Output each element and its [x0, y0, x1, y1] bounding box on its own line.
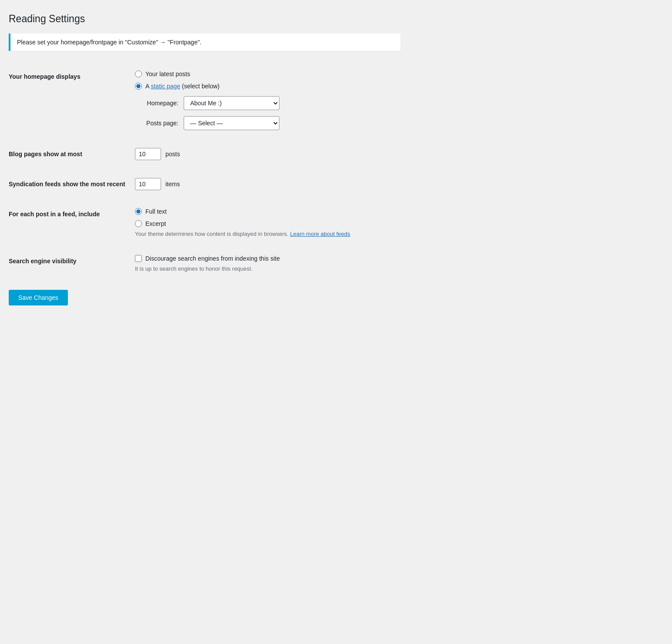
homepage-displays-control: Your latest posts A static page (select …: [131, 70, 400, 130]
blog-pages-label: Blog pages show at most: [9, 148, 131, 159]
syndication-feeds-input[interactable]: [135, 178, 161, 190]
search-engine-row: Search engine visibility Discourage sear…: [9, 246, 400, 281]
static-page-link[interactable]: static page: [151, 83, 180, 90]
search-engine-helper: It is up to search engines to honor this…: [135, 265, 400, 272]
homepage-select-row: Homepage: About Me :) — Select —: [135, 96, 400, 110]
radio-excerpt-input[interactable]: [135, 220, 142, 227]
search-engine-label: Search engine visibility: [9, 255, 131, 266]
feed-content-row: For each post in a feed, include Full te…: [9, 199, 400, 246]
homepage-radio-group: Your latest posts A static page (select …: [135, 70, 400, 90]
learn-more-feeds-link[interactable]: Learn more about feeds: [290, 231, 350, 237]
feed-content-helper-text: Your theme determines how content is dis…: [135, 231, 289, 237]
radio-full-text: Full text: [135, 208, 400, 215]
radio-latest-posts: Your latest posts: [135, 70, 400, 77]
search-engine-control: Discourage search engines from indexing …: [131, 255, 400, 272]
syndication-feeds-input-group: items: [135, 178, 400, 190]
syndication-feeds-control: items: [131, 178, 400, 190]
search-engine-checkbox-label[interactable]: Discourage search engines from indexing …: [145, 255, 280, 262]
search-engine-checkbox-group: Discourage search engines from indexing …: [135, 255, 400, 262]
radio-static-page: A static page (select below): [135, 83, 400, 90]
save-changes-button[interactable]: Save Changes: [9, 290, 68, 305]
radio-latest-posts-input[interactable]: [135, 70, 142, 77]
syndication-feeds-row: Syndication feeds show the most recent i…: [9, 169, 400, 199]
radio-excerpt: Excerpt: [135, 220, 400, 227]
posts-page-select-row: Posts page: — Select —: [135, 116, 400, 130]
syndication-feeds-unit: items: [165, 181, 180, 188]
search-engine-checkbox-option: Discourage search engines from indexing …: [135, 255, 400, 262]
feed-content-label: For each post in a feed, include: [9, 208, 131, 219]
blog-pages-unit: posts: [165, 151, 180, 158]
search-engine-checkbox[interactable]: [135, 255, 142, 262]
feed-content-control: Full text Excerpt Your theme determines …: [131, 208, 400, 237]
homepage-select-label: Homepage:: [135, 100, 178, 107]
homepage-select[interactable]: About Me :) — Select —: [184, 96, 279, 110]
homepage-displays-row: Your homepage displays Your latest posts…: [9, 62, 400, 139]
radio-excerpt-label[interactable]: Excerpt: [145, 220, 166, 227]
feed-content-radio-group: Full text Excerpt: [135, 208, 400, 227]
posts-page-label: Posts page:: [135, 120, 178, 127]
radio-static-page-label[interactable]: A static page (select below): [145, 83, 219, 90]
radio-static-page-input[interactable]: [135, 83, 142, 90]
blog-pages-control: posts: [131, 148, 400, 160]
blog-pages-input[interactable]: [135, 148, 161, 160]
blog-pages-input-group: posts: [135, 148, 400, 160]
blog-pages-row: Blog pages show at most posts: [9, 139, 400, 169]
posts-page-select[interactable]: — Select —: [184, 116, 279, 130]
radio-latest-posts-label[interactable]: Your latest posts: [145, 70, 190, 77]
feed-content-helper: Your theme determines how content is dis…: [135, 231, 400, 237]
radio-full-text-label[interactable]: Full text: [145, 208, 167, 215]
notice-text: Please set your homepage/frontpage in "C…: [17, 39, 394, 46]
page-select-group: Homepage: About Me :) — Select — Posts p…: [135, 96, 400, 130]
radio-full-text-input[interactable]: [135, 208, 142, 215]
page-title: Reading Settings: [9, 13, 400, 25]
syndication-feeds-label: Syndication feeds show the most recent: [9, 178, 131, 189]
homepage-displays-label: Your homepage displays: [9, 70, 131, 81]
notice-banner: Please set your homepage/frontpage in "C…: [9, 34, 400, 51]
